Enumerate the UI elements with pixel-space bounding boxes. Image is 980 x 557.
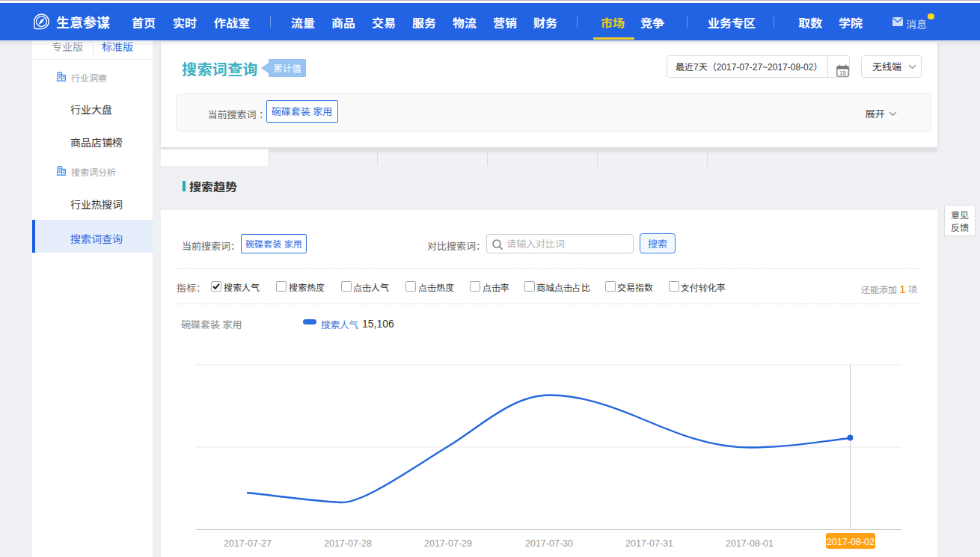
svg-text:15: 15 [839,70,845,76]
